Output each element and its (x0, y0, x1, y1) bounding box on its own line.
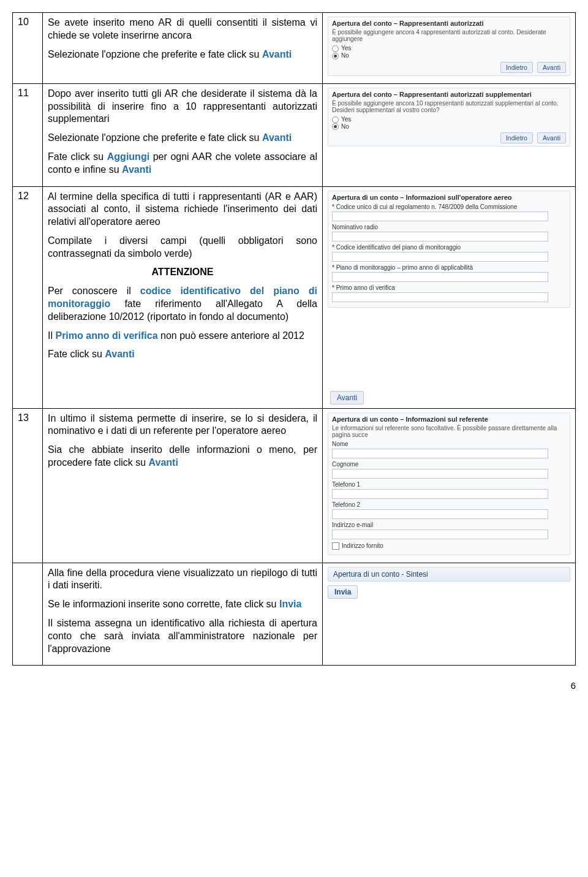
text: Per conoscere il codice identificativo d… (48, 285, 317, 323)
step-text: Alla fine della procedura viene visualiz… (43, 563, 323, 666)
field-label: Telefono 2 (332, 501, 566, 508)
text: Fate click su Aggiungi per ogni AAR che … (48, 151, 317, 177)
field-label: * Codice identificativo del piano di mon… (332, 244, 566, 251)
text-input[interactable] (332, 469, 548, 479)
panel-sub: È possibile aggiungere ancora 4 rapprese… (332, 29, 566, 42)
step-text: Al termine della specifica di tutti i ra… (43, 186, 323, 408)
screenshot-cell: Apertura del conto – Rappresentanti auto… (323, 13, 576, 84)
step-number (13, 563, 43, 666)
spacer (328, 311, 570, 391)
step-text: Dopo aver inserito tutti gli AR che desi… (43, 83, 323, 186)
next-button[interactable]: Avanti (330, 391, 364, 404)
radio-yes[interactable]: Yes (332, 45, 566, 52)
text: In ultimo il sistema permette di inserir… (48, 412, 317, 438)
num-13: 13 (18, 412, 29, 423)
text-input[interactable] (332, 530, 548, 539)
radio-icon (332, 123, 339, 130)
invia-button[interactable]: Invia (328, 585, 358, 599)
screenshot-cell: Apertura del conto – Rappresentanti auto… (323, 83, 576, 186)
radio-yes[interactable]: Yes (332, 116, 566, 123)
text: Compilate i diversi campi (quelli obblig… (48, 235, 317, 260)
radio-no[interactable]: No (332, 123, 566, 131)
text: Alla fine della procedura viene visualiz… (48, 567, 317, 593)
text: Sia che abbiate inserito delle informazi… (48, 444, 317, 469)
screenshot-cell: Apertura di un conto - Sintesi Invia (323, 563, 576, 666)
table-row: Alla fine della procedura viene visualiz… (13, 563, 576, 666)
screenshot-cell: Apertura di un conto – Informazioni sull… (323, 186, 576, 408)
panel-title: Apertura di un conto – Informazioni sul … (332, 416, 566, 423)
table-row: 12 Al termine della specifica di tutti i… (13, 186, 576, 408)
panel-title: Apertura del conto – Rappresentanti auto… (332, 91, 566, 98)
text-input[interactable] (332, 211, 548, 221)
attention-heading: ATTENZIONE (48, 266, 317, 279)
table-row: 13 In ultimo il sistema permette di inse… (13, 408, 576, 563)
panel-operatore: Apertura di un conto – Informazioni sull… (328, 191, 570, 308)
text: Al termine della specifica di tutti i ra… (48, 191, 317, 229)
radio-no[interactable]: No (332, 52, 566, 59)
radio-icon (332, 116, 339, 123)
panel-sub: Le informazioni sul referente sono facol… (332, 425, 566, 438)
radio-icon (332, 45, 339, 52)
text: Se avete inserito meno AR di quelli cons… (48, 17, 317, 42)
next-wrap: Avanti (328, 391, 570, 404)
panel-title: Apertura di un conto – Informazioni sull… (332, 194, 566, 201)
num-12: 12 (18, 191, 29, 201)
text: Il Primo anno di verifica non può essere… (48, 330, 317, 343)
text: Se le informazioni inserite sono corrett… (48, 598, 317, 611)
text: Dopo aver inserito tutti gli AR che desi… (48, 88, 317, 126)
text: Il sistema assegna un identificativo all… (48, 617, 317, 655)
next-button[interactable]: Avanti (537, 62, 566, 73)
field-label: * Piano di monitoraggio – primo anno di … (332, 264, 566, 271)
text-input[interactable] (332, 232, 548, 241)
step-number: 10 (13, 13, 43, 84)
text-input[interactable] (332, 449, 548, 458)
table-row: 11 Dopo aver inserito tutti gli AR che d… (13, 83, 576, 186)
field-label: Telefono 1 (332, 481, 566, 488)
panel-title: Apertura del conto – Rappresentanti auto… (332, 20, 566, 27)
step-text: Se avete inserito meno AR di quelli cons… (43, 13, 323, 84)
field-label: Indirizzo e-mail (332, 522, 566, 528)
text-input[interactable] (332, 489, 548, 499)
field-label: * Codice unico di cui al regolamento n. … (332, 203, 566, 210)
text: Selezionate l'opzione che preferite e fa… (48, 132, 317, 145)
text: Fate click su Avanti (48, 348, 317, 361)
text: Selezionate l'opzione che preferite e fa… (48, 48, 317, 61)
table-row: 10 Se avete inserito meno AR di quelli c… (13, 13, 576, 84)
panel-sub: È possibile aggiungere ancora 10 rappres… (332, 100, 566, 113)
text-input[interactable] (332, 272, 548, 282)
panel-referente: Apertura di un conto – Informazioni sul … (328, 412, 570, 555)
step-number: 13 (13, 408, 43, 563)
field-label: Cognome (332, 461, 566, 468)
checkbox-icon (332, 542, 339, 550)
panel-ar: Apertura del conto – Rappresentanti auto… (328, 17, 570, 76)
text-input[interactable] (332, 509, 548, 519)
step-number: 11 (13, 83, 43, 186)
num-10: 10 (18, 17, 29, 27)
step-number: 12 (13, 186, 43, 408)
screenshot-cell: Apertura di un conto – Informazioni sul … (323, 408, 576, 563)
steps-table: 10 Se avete inserito meno AR di quelli c… (12, 12, 576, 666)
step-text: In ultimo il sistema permette di inserir… (43, 408, 323, 563)
page-number: 6 (12, 680, 576, 691)
radio-icon (332, 53, 339, 59)
text-input[interactable] (332, 292, 548, 302)
field-label: Nominativo radio (332, 224, 566, 230)
checkbox-row[interactable]: Indirizzo fornito (332, 542, 566, 550)
field-label: * Primo anno di verifica (332, 284, 566, 291)
back-button[interactable]: Indietro (500, 62, 533, 73)
back-button[interactable]: Indietro (500, 132, 533, 143)
panel-aar: Apertura del conto – Rappresentanti auto… (328, 88, 570, 147)
field-label: Nome (332, 441, 566, 447)
next-button[interactable]: Avanti (537, 132, 566, 143)
text-input[interactable] (332, 252, 548, 262)
sintesi-title-bar: Apertura di un conto - Sintesi (328, 567, 570, 582)
num-11: 11 (18, 88, 29, 98)
